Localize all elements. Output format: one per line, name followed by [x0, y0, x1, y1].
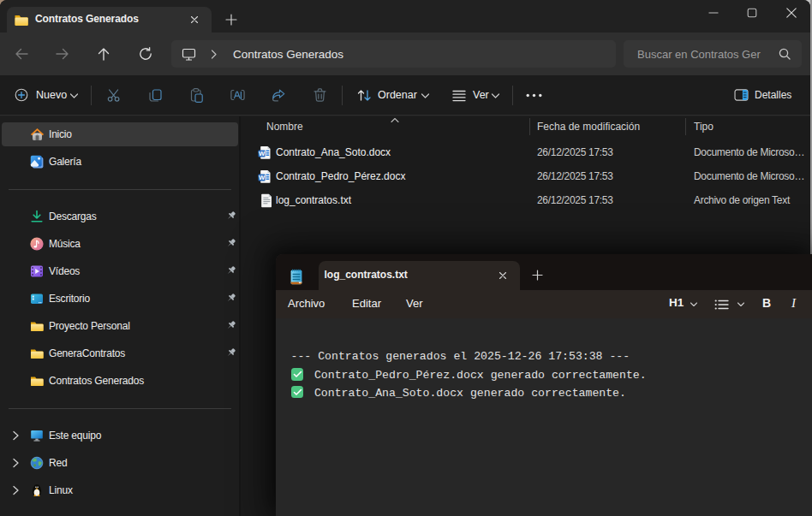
svg-text:W: W [259, 150, 266, 157]
svg-text:W: W [259, 174, 266, 181]
